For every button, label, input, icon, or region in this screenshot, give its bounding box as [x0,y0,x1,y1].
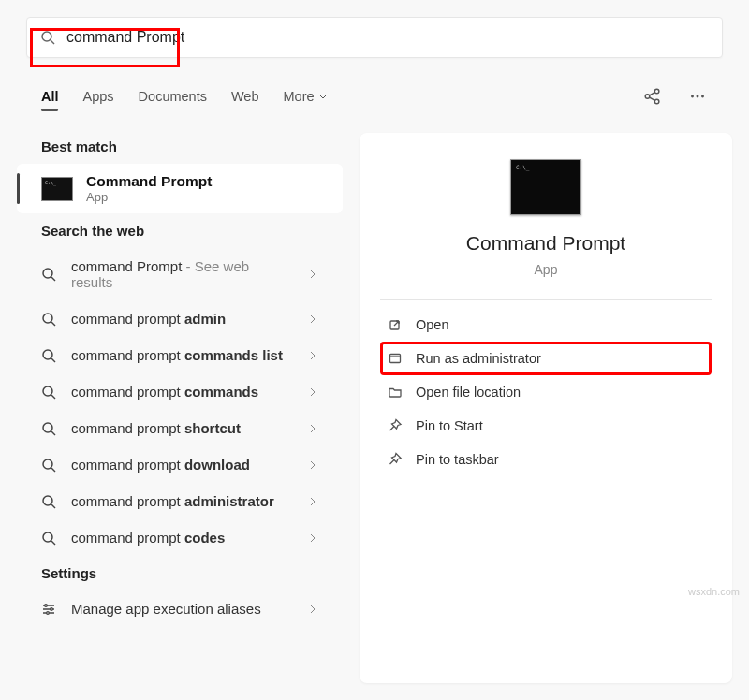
admin-icon [388,351,403,366]
search-bar[interactable] [26,17,723,58]
svg-point-16 [43,386,52,396]
section-settings: Settings [0,556,360,591]
svg-point-24 [43,532,52,542]
web-result-item[interactable]: command prompt commands [0,373,360,410]
tab-more[interactable]: More [284,89,328,104]
svg-point-12 [43,314,52,323]
web-result-item[interactable]: command prompt commands list [0,337,360,373]
chevron-right-icon [307,386,318,398]
svg-line-6 [649,97,654,101]
action-label: Pin to taskbar [416,452,499,467]
preview-panel: C:\_ Command Prompt App OpenRun as admin… [360,133,732,683]
svg-point-10 [43,269,52,278]
pin-icon [388,418,403,433]
open-icon [388,317,403,332]
svg-point-31 [47,611,50,614]
more-icon[interactable] [687,86,708,107]
action-pin-to-start[interactable]: Pin to Start [380,409,712,443]
tab-apps[interactable]: Apps [83,89,114,104]
svg-point-14 [43,350,52,359]
chevron-right-icon [307,314,318,325]
svg-line-23 [51,504,55,508]
svg-line-17 [51,395,55,399]
svg-point-9 [701,95,704,98]
chevron-right-icon [307,269,318,280]
svg-point-8 [697,95,699,98]
section-best-match: Best match [0,129,360,164]
web-result-item[interactable]: command prompt shortcut [0,410,360,446]
web-result-label: command prompt commands [71,384,292,400]
svg-rect-33 [390,355,401,363]
web-result-label: command prompt commands list [71,347,292,363]
chevron-right-icon [307,532,318,544]
svg-point-22 [43,496,52,505]
search-icon [41,267,56,282]
action-open-file-location[interactable]: Open file location [380,375,712,409]
settings-item[interactable]: Manage app execution aliases [0,591,360,627]
svg-point-29 [45,604,48,606]
folder-icon [388,385,403,400]
chevron-right-icon [307,496,318,507]
action-label: Open file location [416,385,521,400]
sliders-icon [41,602,56,617]
tabs-row: All Apps Documents Web More [0,67,749,124]
best-match-type: App [86,190,212,204]
share-icon[interactable] [642,86,663,107]
action-label: Open [416,317,448,332]
svg-line-19 [51,431,55,435]
search-icon [41,421,56,436]
chevron-right-icon [307,350,318,361]
chevron-down-icon [318,92,328,101]
section-web: Search the web [0,213,360,248]
tab-all[interactable]: All [41,89,59,104]
svg-line-21 [51,468,55,472]
web-result-item[interactable]: command prompt download [0,446,360,483]
svg-line-13 [51,322,55,326]
best-match-item[interactable]: C:\_ Command Prompt App [17,164,343,213]
tab-web[interactable]: Web [231,89,259,104]
svg-point-18 [43,423,52,432]
svg-point-0 [42,32,51,41]
web-result-label: command prompt administrator [71,493,292,509]
web-result-label: command prompt codes [71,530,292,546]
cmd-prompt-icon: C:\_ [41,177,73,201]
svg-line-25 [51,541,55,545]
svg-line-11 [51,277,55,281]
separator [380,299,712,300]
action-run-as-administrator[interactable]: Run as administrator [380,342,712,375]
search-input[interactable] [66,29,709,46]
settings-item-label: Manage app execution aliases [71,601,292,617]
chevron-right-icon [307,604,318,615]
web-result-label: command Prompt - See web results [71,258,292,290]
web-result-item[interactable]: command prompt admin [0,300,360,337]
preview-type: App [535,262,558,277]
web-results: command Prompt - See web results command… [0,248,360,556]
svg-point-7 [691,95,694,98]
tab-documents[interactable]: Documents [139,89,207,104]
web-result-item[interactable]: command prompt administrator [0,483,360,519]
left-panel: Best match C:\_ Command Prompt App Searc… [0,124,360,700]
action-label: Run as administrator [416,351,541,366]
content: Best match C:\_ Command Prompt App Searc… [0,124,749,700]
best-match-name: Command Prompt [86,173,212,190]
svg-line-1 [51,40,54,44]
action-pin-to-taskbar[interactable]: Pin to taskbar [380,443,712,476]
search-icon [41,348,56,363]
pin-icon [388,452,403,467]
web-result-label: command prompt admin [71,311,292,327]
action-label: Pin to Start [416,418,483,433]
search-icon [40,30,55,45]
web-result-item[interactable]: command Prompt - See web results [0,248,360,300]
svg-line-15 [51,358,55,362]
preview-actions: OpenRun as administratorOpen file locati… [380,308,712,476]
web-result-label: command prompt download [71,457,292,473]
chevron-right-icon [307,459,318,471]
search-icon [41,385,56,400]
best-match-text: Command Prompt App [86,173,212,204]
svg-line-5 [649,92,654,95]
web-result-item[interactable]: command prompt codes [0,519,360,556]
search-icon [41,312,56,327]
preview-header: C:\_ Command Prompt App [380,159,712,277]
search-icon [41,531,56,546]
action-open[interactable]: Open [380,308,712,342]
